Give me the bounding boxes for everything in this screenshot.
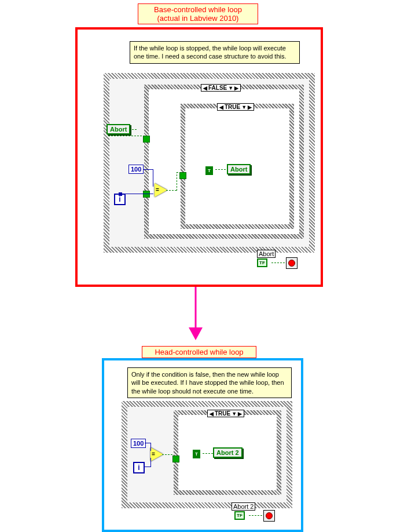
arrow-down-icon	[185, 287, 208, 342]
true-constant: T	[205, 166, 213, 175]
title1-line2: (actual in Labview 2010)	[157, 14, 239, 23]
constant-100: 100	[128, 165, 144, 174]
wire-100-eq-v	[153, 169, 153, 187]
stop-terminal-b	[263, 510, 275, 522]
wire-100-eq	[143, 169, 153, 170]
abort2-inner-text: Abort 2	[216, 449, 239, 456]
comment2-text: Only if the condition is false, then the…	[131, 371, 284, 395]
stop-terminal	[286, 257, 297, 269]
abort2-indicator-label: Abort 2	[232, 502, 255, 511]
true-constant-b: T	[193, 450, 200, 458]
case-selector-outer[interactable]: ◀ FALSE ▼ ▶	[201, 84, 241, 92]
while-loop-head: 100 i = ◀ TRUE ▼ ▶ T Abort 2	[122, 401, 292, 508]
case-selector-inner[interactable]: ◀ TRUE ▼ ▶	[217, 103, 254, 111]
wire-eq-case-b	[162, 454, 172, 455]
i-label: i	[119, 195, 120, 203]
i-label-b: i	[138, 464, 139, 472]
case-b-value: TRUE	[215, 410, 230, 417]
wire-i-out	[120, 194, 144, 194]
wire-i-eq-b	[144, 467, 150, 467]
wire-inner-bool	[215, 169, 227, 170]
tf-label: TF	[259, 260, 265, 265]
case-dd-icon[interactable]: ▼	[241, 104, 247, 110]
wire-abort-ext	[132, 129, 138, 130]
case-outer-selector-terminal	[143, 136, 150, 143]
wire-eq-inner-v	[177, 172, 177, 191]
abort2-indicator-inner: Abort 2	[213, 447, 243, 458]
comment-bottom: Only if the condition is false, then the…	[127, 367, 292, 398]
const100-text: 100	[131, 166, 141, 173]
wire-eq-inner	[166, 190, 177, 191]
tf-label-b: TF	[237, 513, 243, 518]
case-prev-icon[interactable]: ◀	[203, 85, 207, 91]
abort2-ind-text: Abort 2	[233, 503, 254, 510]
title2-text: Head-controlled while loop	[155, 348, 243, 356]
abort-indicator-inner: Abort	[227, 164, 251, 174]
wire-abort-outer	[108, 136, 143, 136]
t-label-b: T	[195, 451, 198, 457]
title1-line1: Base-controlled while loop	[154, 5, 242, 14]
case-structure-b: ◀ TRUE ▼ ▶ T Abort 2	[174, 410, 281, 495]
wire-junction	[119, 192, 122, 196]
wire-eq-inner-h	[177, 172, 179, 173]
wire-100-eq-b	[145, 443, 150, 443]
svg-marker-1	[189, 327, 203, 340]
case-outer-value: FALSE	[208, 85, 227, 91]
wire-i-eq-bv	[150, 458, 151, 467]
iteration-terminal-b: i	[133, 462, 145, 473]
abort2-indicator-terminal: TF	[234, 511, 245, 520]
title-head-controlled: Head-controlled while loop	[142, 346, 256, 358]
case-dd-icon[interactable]: ▼	[232, 411, 237, 417]
equals-label-b: =	[152, 451, 155, 457]
case-next-icon[interactable]: ▶	[234, 85, 238, 91]
case-outer-tunnel-left	[143, 191, 150, 198]
abort-indicator-terminal: TF	[257, 258, 267, 267]
abort-control[interactable]: Abort	[106, 124, 130, 134]
abort-control-text: Abort	[110, 126, 127, 133]
comment-top: If the while loop is stopped, the while …	[130, 41, 300, 64]
wire-tf-stop-b	[249, 515, 263, 516]
case-b-selector-terminal	[172, 456, 179, 462]
constant-100-b: 100	[131, 439, 146, 448]
while-loop-outer: i ◀ FALSE ▼ ▶ ◀ TRUE ▼ ▶	[104, 73, 315, 253]
case-next-icon[interactable]: ▶	[248, 104, 252, 110]
stop-icon	[266, 512, 273, 519]
stop-icon	[288, 260, 295, 267]
case-prev-icon[interactable]: ◀	[219, 104, 223, 110]
case-structure-inner: ◀ TRUE ▼ ▶ T Abort	[181, 104, 294, 229]
wire-tf-stop	[271, 263, 286, 263]
base-loop-container: If the while loop is stopped, the while …	[75, 27, 323, 287]
abort-inner-text: Abort	[230, 166, 247, 173]
abort-ind-text: Abort	[259, 250, 274, 257]
abort-indicator-label: Abort	[257, 250, 276, 258]
const100-text-b: 100	[133, 440, 144, 447]
case-inner-value: TRUE	[225, 104, 240, 110]
head-loop-container: Only if the condition is false, then the…	[102, 358, 303, 532]
case-structure-outer: ◀ FALSE ▼ ▶ ◀ TRUE ▼ ▶ T	[144, 85, 304, 239]
t-label: T	[208, 168, 211, 173]
comment1-text: If the while loop is stopped, the while …	[134, 45, 287, 60]
wire-100-eq-bv	[150, 443, 151, 451]
case-prev-icon[interactable]: ◀	[210, 411, 214, 417]
case-selector-b[interactable]: ◀ TRUE ▼ ▶	[207, 410, 244, 417]
equals-label: =	[156, 187, 159, 193]
case-dd-icon[interactable]: ▼	[228, 85, 233, 91]
case-next-icon[interactable]: ▶	[238, 411, 242, 417]
case-inner-selector-terminal	[179, 172, 186, 179]
wire-inner-bool-b	[203, 453, 213, 454]
title-base-controlled: Base-controlled while loop (actual in La…	[138, 3, 258, 24]
